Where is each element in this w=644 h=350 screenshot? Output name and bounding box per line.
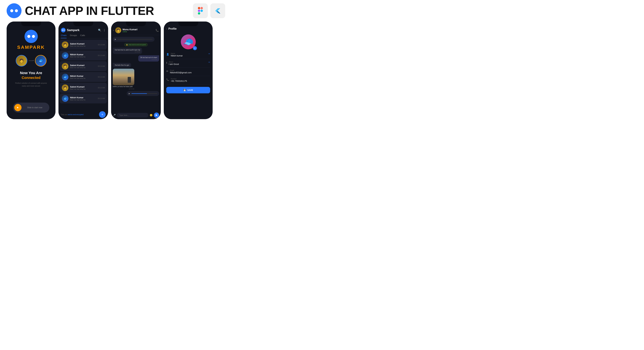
field-label: Email [170,69,210,71]
back-icon[interactable]: ‹ [166,27,167,30]
chat-preview: Bad me bat krta hu [70,99,96,101]
fab-new-chat[interactable]: + [99,111,106,118]
page-title: CHAT APP IN FLUTTER [25,4,190,17]
chat-name: Saloni Kumari [70,64,96,66]
chat-preview: Bad me bat krta hu [70,45,96,47]
chat-list-actions: 🔍 ⋮ [98,29,106,32]
field-value: I am Groot [169,63,207,65]
message-received: Ha bolo free ho gye [113,63,131,67]
audio-message-sent[interactable]: ▶ [127,91,159,96]
play-icon[interactable]: ▶ [129,92,130,95]
chat-info: Saloni Kumari Bad me bat krta hu [70,85,96,90]
profile-title: Profile [168,27,177,30]
list-item[interactable]: 🧢 Nitish Kumar Bad me bat krta hu 09:10 … [60,72,107,82]
field-label: Number [171,78,210,80]
chat-app-brand: Sampark [61,28,80,32]
slide-to-start[interactable]: Slide to start now [13,103,49,112]
chat-time: 09:10 AM [98,76,105,78]
arrow-right-icon [16,106,19,109]
connected-desc: Perfect solution of connect with anyone … [14,82,48,87]
chat-list-footer: Data are end-to-end encrypted + [58,110,108,119]
svg-marker-3 [17,107,19,108]
list-item[interactable]: 🧑 Saloni Kumari Bad me bat krta hu 09:10… [60,40,107,50]
avatar: 🧢 [62,52,68,59]
list-item[interactable]: 🧑 Saloni Kumari Bad me bat krta hu 09:10… [60,61,107,71]
send-button[interactable] [154,112,159,118]
mic-icon[interactable]: 🎤 [113,114,116,116]
chat-time: 09:10 AM [98,65,105,67]
chat-info: Nitish Kumar Bad me bat krta hu [70,75,96,79]
message-received: Kal bat krta hu abhi kuchh kam hai 12:49… [113,48,142,54]
field-content: Number +91 7033161175 [171,78,210,82]
more-options-icon[interactable]: ⋮ [103,29,106,32]
phone-1-splash: SAMPARK 🧑 🧢 Now You Are Connected Perfec… [6,21,56,119]
chat-list-items: 🧑 Saloni Kumari Bad me bat krta hu 09:10… [58,40,108,110]
chat-preview: Bad me bat krta hu [70,56,96,58]
field-content: Email Nitishr833@gmail.com [170,69,210,74]
play-icon[interactable]: ▶ [115,38,116,40]
person-silhouette [128,77,131,83]
chat-time: 09:10 AM [98,98,105,99]
encrypted-badge: 🔒 chat end-to-end encrypted [124,43,148,46]
chat-info: Saloni Kumari Bad me bat krta hu [70,42,96,47]
figma-icon [198,7,203,14]
profile-edit-photo-icon[interactable]: ✏ [193,46,197,50]
audio-progress [132,93,157,94]
profile-fields: 👤 Name Nitish kumar ✏ ℹ About I am Groot… [164,53,212,84]
send-icon [155,114,158,116]
list-item[interactable]: 🧢 Nitish Kumar Bad me bat krta hu 09:10 … [60,93,107,103]
svg-marker-4 [156,114,158,116]
tool-icons [193,3,225,18]
info-icon: ℹ [166,61,167,64]
phone-4-profile: ‹ Profile 🧢 ✏ 👤 Name Nitish kumar ✏ [164,21,212,119]
list-item[interactable]: 🧢 Nitish Kumar Bad me bat krta hu 09:10 … [60,50,107,60]
emoji-icon[interactable]: 😊 [150,114,152,116]
contact-name: Monu Kumari [122,28,154,31]
chat-list-logo [61,28,66,32]
footer-encrypted-text: Data are end-to-end encrypted [61,114,84,115]
list-item[interactable]: 🧑 Saloni Kumari Bad me bat krta hu 09:10… [60,83,107,93]
chat-image [113,69,134,85]
phones-container: SAMPARK 🧑 🧢 Now You Are Connected Perfec… [0,20,232,122]
avatar-receiver: 🧢 [35,55,46,66]
logo-dots [10,9,18,12]
splash-logo [24,30,38,43]
edit-icon[interactable]: ✏ [208,53,210,55]
chat-list-app-name: Sampark [67,28,80,32]
message-time: 12:49 AM [115,51,140,53]
save-button[interactable]: 💾 SAVE [166,87,210,93]
chat-tabs: Chats Groups Calls [58,34,108,38]
image-time: 12:55 AM [113,88,134,90]
slide-button-circle[interactable] [14,104,22,111]
profile-field-number: 📞 Number +91 7033161175 [166,78,210,84]
tab-chats[interactable]: Chats [61,34,66,38]
field-value: Nitishr833@gmail.com [170,71,210,74]
back-icon[interactable]: ‹ [113,29,114,32]
phone-icon: 📞 [166,78,169,81]
message-sent: Ok koi bat na kr lo kam 12:50 AM [138,55,159,61]
call-icon[interactable]: 📞 [156,29,159,32]
figma-icon-box [193,3,208,18]
field-content: Name Nitish kumar [171,53,207,57]
chat-input[interactable]: Type here... [117,113,148,117]
person-icon: 👤 [166,53,169,56]
profile-field-name: 👤 Name Nitish kumar ✏ [166,53,210,59]
chat-name: Nitish Kumar [70,75,96,77]
chat-info: Saloni Kumari Bad me bat krta hu [70,64,96,68]
phone2-screen: Sampark 🔍 ⋮ Chats Groups Calls 🧑 Saloni … [58,21,108,119]
flutter-icon-box [210,3,225,18]
field-label: Name [171,53,207,54]
message-text: Ok koi bat na kr lo kam [140,57,157,58]
edit-icon[interactable]: ✏ [208,61,210,63]
tab-calls[interactable]: Calls [80,34,85,38]
chat-preview: Bad me bat krta hu [70,66,96,68]
message-text: Ha bolo free ho gye [115,64,129,66]
search-icon[interactable]: 🔍 [98,29,101,32]
save-icon: 💾 [183,89,186,91]
slide-btn-label: Slide to start now [22,106,48,109]
audio-waveform [118,39,152,39]
audio-message-top[interactable]: ▶ [113,37,154,42]
chat-name: Nitish Kumar [70,53,96,56]
tab-groups[interactable]: Groups [70,34,77,38]
avatar-emoji: 🧢 [183,37,194,47]
